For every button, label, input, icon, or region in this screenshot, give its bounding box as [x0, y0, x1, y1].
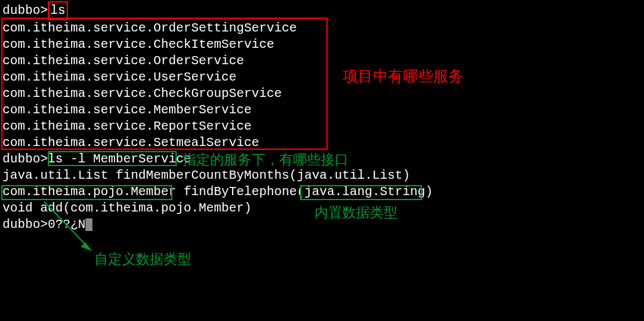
prompt-text: dubbo>: [3, 152, 48, 166]
svg-marker-1: [80, 242, 91, 251]
annotation-interfaces: 指定的服务下，有哪些接口: [182, 151, 348, 169]
method-name: findByTelephone(: [176, 184, 304, 199]
terminal-output: dubbo>ls com.itheima.service.OrderSettin…: [0, 0, 644, 234]
return-type: com.itheima.pojo.Member: [3, 184, 176, 199]
service-item: com.itheima.service.OrderSettingService: [3, 20, 641, 37]
annotation-builtin-type: 内置数据类型: [314, 204, 397, 222]
cursor-garbage: 0??¿N: [48, 217, 86, 232]
prompt-text: dubbo>: [3, 3, 48, 18]
service-item: com.itheima.service.OrderService: [3, 53, 641, 69]
method-end: ): [425, 184, 433, 199]
param-type: java.lang.String: [304, 184, 425, 199]
ls-command-highlight: ls: [48, 1, 68, 20]
service-item: com.itheima.service.CheckItemService: [3, 37, 641, 53]
service-item: com.itheima.service.UserService: [3, 69, 641, 86]
method-signature: com.itheima.pojo.Member findByTelephone(…: [3, 184, 641, 200]
annotation-services: 项目中有哪些服务: [343, 66, 464, 86]
prompt-text: dubbo>: [3, 217, 48, 232]
service-item: com.itheima.service.MemberService: [3, 102, 641, 118]
prompt-line-1: dubbo>ls: [3, 1, 641, 20]
terminal-cursor[interactable]: [86, 218, 92, 231]
service-item: com.itheima.service.CheckGroupService: [3, 86, 641, 102]
method-signature: java.util.List findMemberCountByMonths(j…: [3, 167, 641, 184]
ls-l-command: ls -l MemberService: [48, 152, 191, 166]
service-item: com.itheima.service.ReportService: [3, 118, 641, 135]
service-item: com.itheima.service.SetmealService: [3, 135, 641, 151]
annotation-custom-type: 自定义数据类型: [94, 251, 191, 269]
